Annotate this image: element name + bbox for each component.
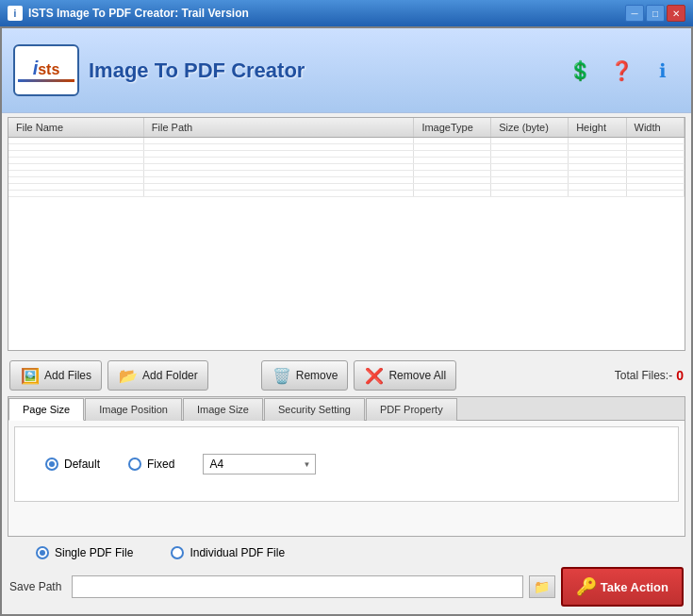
file-table-container: File Name File Path ImageType Size (byte… bbox=[8, 117, 685, 351]
title-bar-text: ISTS Image To PDF Creator: Trail Version bbox=[28, 7, 249, 20]
col-imagetype: ImageType bbox=[414, 118, 491, 138]
total-files-count: 0 bbox=[676, 368, 684, 383]
logo-underline bbox=[18, 79, 74, 82]
default-radio[interactable] bbox=[45, 458, 58, 471]
tab-image-position[interactable]: Image Position bbox=[85, 398, 182, 421]
col-size: Size (byte) bbox=[491, 118, 569, 138]
default-radio-option[interactable]: Default bbox=[45, 458, 100, 471]
remove-icon: 🗑️ bbox=[272, 365, 292, 386]
remove-button[interactable]: 🗑️ Remove bbox=[261, 360, 349, 391]
default-label: Default bbox=[64, 458, 100, 471]
main-window: i sts Image To PDF Creator 💲 ❓ ℹ File Na… bbox=[0, 26, 693, 616]
fixed-radio[interactable] bbox=[128, 458, 141, 471]
browse-icon: 📁 bbox=[534, 579, 550, 594]
save-path-label: Save Path bbox=[9, 580, 66, 593]
page-size-select[interactable]: A4 A3 A5 Letter Legal bbox=[203, 454, 316, 474]
close-button[interactable]: ✕ bbox=[667, 5, 685, 22]
page-size-options: Default Fixed A4 A3 A5 Letter Legal bbox=[26, 439, 667, 490]
single-pdf-radio[interactable] bbox=[36, 546, 49, 559]
individual-pdf-option[interactable]: Individual PDF File bbox=[171, 546, 285, 559]
col-width: Width bbox=[626, 118, 684, 138]
save-path-row: Save Path 📁 🔑 Take Action bbox=[2, 563, 691, 614]
add-files-button[interactable]: 🖼️ Add Files bbox=[9, 360, 102, 391]
single-pdf-option[interactable]: Single PDF File bbox=[36, 546, 133, 559]
tab-content-page-size: Default Fixed A4 A3 A5 Letter Legal bbox=[14, 426, 679, 502]
col-filepath: File Path bbox=[143, 118, 414, 138]
col-height: Height bbox=[569, 118, 626, 138]
add-folder-button[interactable]: 📂 Add Folder bbox=[107, 360, 208, 391]
page-size-select-wrapper: A4 A3 A5 Letter Legal bbox=[203, 454, 316, 474]
add-files-icon: 🖼️ bbox=[20, 365, 41, 386]
take-action-icon: 🔑 bbox=[576, 576, 597, 597]
table-row bbox=[8, 151, 685, 158]
maximize-button[interactable]: □ bbox=[646, 5, 665, 22]
table-row bbox=[8, 191, 685, 197]
remove-all-icon: ❌ bbox=[364, 365, 385, 386]
table-row bbox=[8, 184, 685, 191]
fixed-radio-option[interactable]: Fixed bbox=[128, 458, 174, 471]
info-icon-button[interactable]: ℹ bbox=[646, 54, 680, 88]
fixed-label: Fixed bbox=[147, 458, 174, 471]
add-files-label: Add Files bbox=[44, 369, 91, 382]
tab-pdf-property[interactable]: PDF Property bbox=[366, 398, 457, 421]
table-row bbox=[8, 177, 685, 184]
help-icon-button[interactable]: ❓ bbox=[604, 54, 638, 88]
take-action-button[interactable]: 🔑 Take Action bbox=[561, 567, 684, 607]
header: i sts Image To PDF Creator 💲 ❓ ℹ bbox=[2, 28, 691, 113]
title-bar: i ISTS Image To PDF Creator: Trail Versi… bbox=[0, 0, 693, 26]
tab-image-size[interactable]: Image Size bbox=[183, 398, 263, 421]
remove-all-button[interactable]: ❌ Remove All bbox=[354, 360, 456, 391]
dollar-icon-button[interactable]: 💲 bbox=[563, 54, 597, 88]
bottom-controls: Single PDF File Individual PDF File bbox=[2, 542, 691, 563]
minimize-button[interactable]: ─ bbox=[625, 5, 644, 22]
single-pdf-label: Single PDF File bbox=[55, 546, 133, 559]
col-filename: File Name bbox=[8, 118, 143, 138]
output-options: Single PDF File Individual PDF File bbox=[8, 546, 285, 559]
app-icon: i bbox=[8, 6, 23, 21]
header-title: Image To PDF Creator bbox=[89, 58, 305, 83]
logo-sts: sts bbox=[38, 62, 59, 77]
header-icons: 💲 ❓ ℹ bbox=[563, 54, 680, 88]
title-bar-controls: ─ □ ✕ bbox=[625, 5, 685, 22]
table-row bbox=[8, 164, 685, 171]
remove-all-label: Remove All bbox=[388, 369, 446, 382]
take-action-label: Take Action bbox=[601, 580, 668, 594]
browse-button[interactable]: 📁 bbox=[529, 575, 555, 598]
individual-pdf-radio[interactable] bbox=[171, 546, 184, 559]
table-row bbox=[8, 138, 685, 144]
table-row bbox=[8, 144, 685, 151]
individual-pdf-label: Individual PDF File bbox=[190, 546, 285, 559]
add-folder-label: Add Folder bbox=[142, 369, 198, 382]
table-row bbox=[8, 158, 685, 164]
total-files-label: Total Files:- bbox=[615, 369, 672, 382]
remove-label: Remove bbox=[296, 369, 338, 382]
add-folder-icon: 📂 bbox=[118, 365, 139, 386]
save-path-input[interactable] bbox=[72, 575, 523, 598]
total-files-display: Total Files:- 0 bbox=[615, 368, 684, 383]
table-row bbox=[8, 171, 685, 177]
tab-page-size[interactable]: Page Size bbox=[8, 398, 84, 421]
logo-box: i sts bbox=[13, 44, 79, 96]
toolbar: 🖼️ Add Files 📂 Add Folder 🗑️ Remove ❌ Re… bbox=[2, 355, 691, 396]
logo-area: i sts Image To PDF Creator bbox=[13, 44, 305, 96]
file-table: File Name File Path ImageType Size (byte… bbox=[8, 118, 685, 197]
tab-bar: Page Size Image Position Image Size Secu… bbox=[8, 397, 685, 421]
tab-section: Page Size Image Position Image Size Secu… bbox=[8, 396, 685, 537]
tab-security-setting[interactable]: Security Setting bbox=[264, 398, 365, 421]
